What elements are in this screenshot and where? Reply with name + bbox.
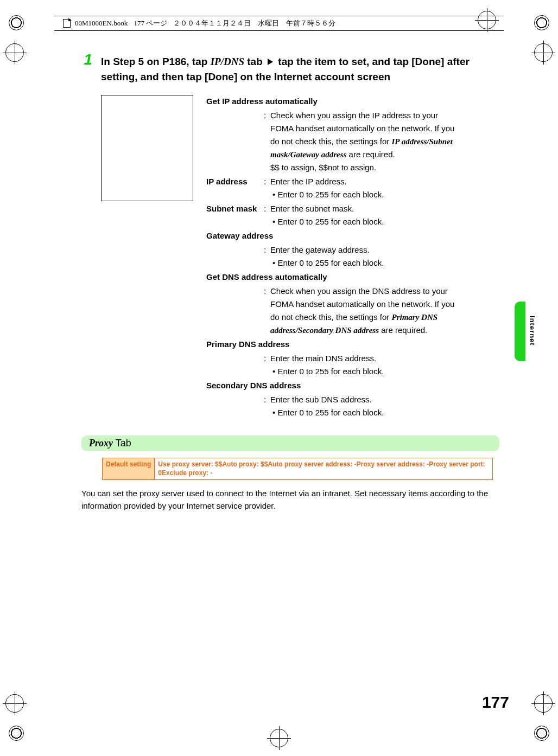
registration-mark [534, 43, 553, 62]
def-colon: : [264, 244, 270, 257]
def-desc: Enter the IP address.• Enter 0 to 255 fo… [270, 175, 455, 201]
def-desc: Check when you assign the IP address to … [270, 109, 455, 174]
registration-mark [5, 43, 24, 62]
registration-mark [5, 694, 24, 713]
def-term: Primary DNS address [206, 338, 289, 351]
registration-mark [534, 694, 553, 713]
def-colon: : [264, 352, 270, 365]
def-term: Get IP address automatically [206, 95, 318, 108]
step-instruction: In Step 5 on P186, tap IP/DNS tab tap th… [101, 54, 499, 84]
crop-circle-tr [534, 15, 549, 30]
def-desc: Enter the gateway address.• Enter 0 to 2… [270, 244, 455, 270]
def-colon: : [264, 393, 270, 406]
side-tab-label: Internet [528, 316, 536, 346]
def-term: Subnet mask [206, 202, 264, 215]
def-term: Secondary DNS address [206, 379, 301, 392]
def-term: Get DNS address automatically [206, 271, 327, 284]
header-date: ２００４年１１月２４日 水曜日 午前７時５６分 [173, 18, 335, 28]
step-text-part: In Step 5 on P186, tap [101, 56, 211, 67]
doc-header: 00M1000EN.book 177 ページ ２００４年１１月２４日 水曜日 午… [54, 16, 504, 31]
header-page: 177 ページ [134, 18, 167, 28]
definition-list: Get IP address automatically :Check when… [206, 95, 499, 420]
side-tab [515, 302, 525, 361]
book-icon [63, 19, 71, 28]
def-colon: : [264, 202, 270, 215]
crop-circle-tl [9, 15, 24, 30]
step-number: 1 [81, 51, 92, 68]
def-desc: Check when you assign the DNS address to… [270, 285, 455, 337]
step-text-part: tab [244, 56, 265, 67]
page-number: 177 [482, 693, 509, 712]
crop-circle-bl [9, 726, 24, 741]
registration-mark [270, 729, 288, 747]
step-text-italic: IP/DNS [211, 56, 244, 67]
screenshot-placeholder [101, 95, 193, 201]
proxy-description: You can set the proxy server used to con… [81, 488, 499, 512]
default-setting-table: Default setting Use proxy server: $$Auto… [102, 458, 493, 480]
def-colon: : [264, 175, 270, 188]
header-filename: 00M1000EN.book [75, 19, 128, 28]
def-desc: Enter the sub DNS address.• Enter 0 to 2… [270, 393, 455, 419]
section-heading-proxy: Proxy Tab [81, 435, 499, 451]
heading-italic: Proxy [89, 438, 113, 449]
def-term: Gateway address [206, 229, 273, 242]
heading-rest: Tab [113, 438, 131, 449]
def-colon: : [264, 109, 270, 122]
triangle-arrow-icon [268, 59, 273, 65]
default-setting-value: Use proxy server: $$Auto proxy: $$Auto p… [155, 458, 492, 479]
def-desc: Enter the subnet mask.• Enter 0 to 255 f… [270, 202, 455, 228]
def-term: IP address [206, 175, 264, 188]
def-desc: Enter the main DNS address.• Enter 0 to … [270, 352, 455, 378]
crop-circle-br [534, 726, 549, 741]
def-colon: : [264, 285, 270, 298]
default-setting-label: Default setting [103, 458, 155, 479]
